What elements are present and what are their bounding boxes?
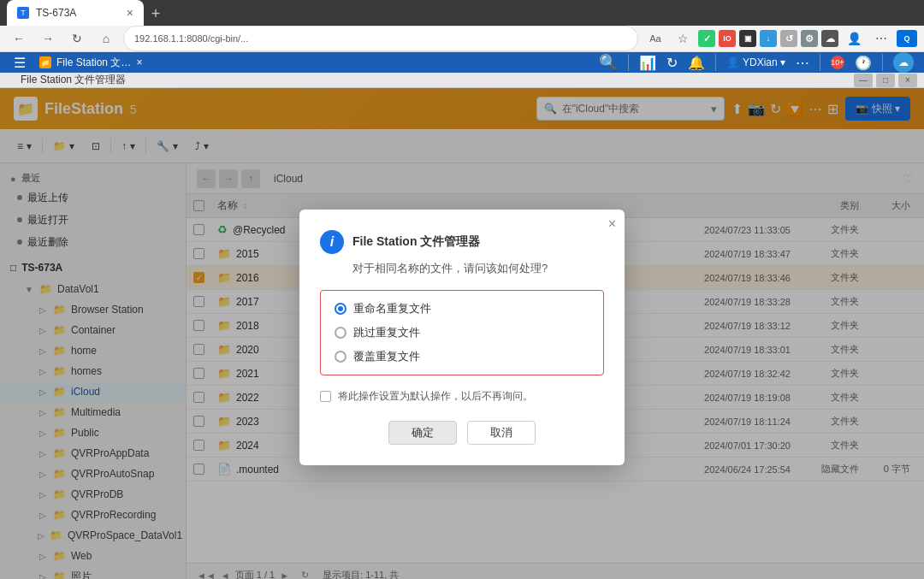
dialog-close-btn[interactable]: ×: [608, 216, 616, 232]
settings-icon[interactable]: ⋯: [796, 55, 809, 71]
divider1: [628, 54, 629, 71]
cloud-icon[interactable]: ☁: [893, 52, 914, 73]
dialog-option-overwrite[interactable]: 覆盖重复文件: [335, 349, 589, 364]
minimize-btn[interactable]: —: [854, 74, 873, 87]
browser-aa-btn[interactable]: Aa: [643, 27, 667, 50]
close-btn[interactable]: ×: [898, 74, 917, 87]
radio-rename[interactable]: [335, 303, 346, 315]
dialog-subtitle: 对于相同名称的文件，请问该如何处理?: [352, 261, 604, 276]
back-button[interactable]: ←: [7, 27, 31, 50]
confirm-btn[interactable]: 确定: [388, 421, 457, 445]
ext-shield-icon[interactable]: ✓: [698, 30, 715, 47]
tab-close-btn[interactable]: ×: [127, 6, 133, 20]
profile-btn[interactable]: 👤: [842, 27, 866, 50]
dialog-checkbox-row[interactable]: 将此操作设置为默认操作，以后不再询问。: [320, 389, 604, 404]
user-menu[interactable]: 👤YDXian ▾: [726, 56, 785, 68]
sync-icon[interactable]: ↻: [666, 55, 678, 71]
clock-icon[interactable]: 🕐: [855, 55, 872, 71]
ext-dl-icon[interactable]: ↓: [760, 30, 777, 47]
address-bar[interactable]: 192.168.1.1:8080/cgi-bin/...: [123, 26, 638, 51]
dialog-info-icon: i: [320, 230, 344, 254]
home-button[interactable]: ⌂: [94, 27, 118, 50]
tab-title: TS-673A: [36, 7, 76, 19]
default-action-checkbox[interactable]: [320, 391, 331, 402]
forward-button[interactable]: →: [36, 27, 60, 50]
ext-arrow-icon[interactable]: ↺: [780, 30, 797, 47]
app-window: 📁 FileStation 5 🔍 ▾ ⬆ 📷 ↻ 🔽: [0, 88, 924, 579]
volume-icon[interactable]: 📊: [639, 55, 656, 71]
global-search-icon[interactable]: 🔍: [599, 53, 618, 72]
notifications-count[interactable]: 10+: [831, 56, 844, 69]
window-controls: — □ ×: [854, 74, 917, 87]
ext-io-icon[interactable]: IO: [719, 30, 736, 47]
app-titlebar: File Station 文件管理器 — □ ×: [0, 73, 924, 88]
dialog-title: File Station 文件管理器: [352, 234, 480, 250]
cancel-btn[interactable]: 取消: [467, 421, 536, 445]
address-text: 192.168.1.1:8080/cgi-bin/...: [134, 33, 248, 44]
radio-skip[interactable]: [335, 327, 346, 339]
browser-bookmark-btn[interactable]: ☆: [671, 27, 695, 50]
browser-toolbar-extensions: Aa ☆ ✓ IO ▣ ↓ ↺ ⚙ ☁ 👤 ⋯ Q: [643, 27, 917, 50]
radio-overwrite[interactable]: [335, 351, 346, 363]
qnap-app-bar: ☰ 📁 File Station 文… × 🔍 📊 ↻ 🔔 👤YDXian ▾ …: [0, 52, 924, 73]
browser-frame: T TS-673A × + ← → ↻ ⌂ 192.168.1.1:8080/c…: [0, 0, 924, 579]
app-tab-icon: 📁: [39, 56, 51, 68]
tab-favicon: T: [17, 7, 29, 19]
dialog: × i File Station 文件管理器 对于相同名称的文件，请问该如何处理…: [299, 210, 625, 465]
app-tab-close-btn[interactable]: ×: [136, 56, 142, 68]
app-title: File Station 文件管理器: [21, 73, 126, 87]
app-tab-label: File Station 文…: [56, 56, 131, 70]
maximize-btn[interactable]: □: [876, 74, 895, 87]
dialog-title-row: i File Station 文件管理器: [320, 230, 604, 254]
new-tab-button[interactable]: +: [144, 2, 168, 26]
browser-toolbar: ← → ↻ ⌂ 192.168.1.1:8080/cgi-bin/... Aa …: [0, 26, 924, 52]
dialog-overlay: × i File Station 文件管理器 对于相同名称的文件，请问该如何处理…: [0, 88, 924, 579]
ext-box-icon[interactable]: ▣: [739, 30, 756, 47]
browser-tab-active[interactable]: T TS-673A ×: [7, 0, 144, 26]
browser-tab-bar: T TS-673A × +: [0, 0, 924, 26]
dialog-option-skip[interactable]: 跳过重复文件: [335, 325, 589, 340]
dialog-body: i File Station 文件管理器 对于相同名称的文件，请问该如何处理? …: [299, 210, 625, 465]
ext-qnap-icon[interactable]: Q: [897, 30, 917, 47]
ext-gear-icon[interactable]: ⚙: [801, 30, 818, 47]
bell-icon[interactable]: 🔔: [688, 55, 705, 71]
more-btn[interactable]: ⋯: [869, 27, 893, 50]
divider2: [715, 54, 716, 71]
hamburger-menu[interactable]: ☰: [10, 53, 29, 72]
refresh-button[interactable]: ↻: [65, 27, 89, 50]
ext-cloud-icon[interactable]: ☁: [821, 30, 838, 47]
divider3: [820, 54, 820, 71]
divider4: [882, 54, 883, 71]
active-app-tab[interactable]: 📁 File Station 文… ×: [39, 56, 142, 70]
dialog-buttons: 确定 取消: [320, 421, 604, 445]
dialog-options: 重命名重复文件 跳过重复文件 覆盖重复文件: [320, 290, 604, 375]
dialog-option-rename[interactable]: 重命名重复文件: [335, 301, 589, 316]
